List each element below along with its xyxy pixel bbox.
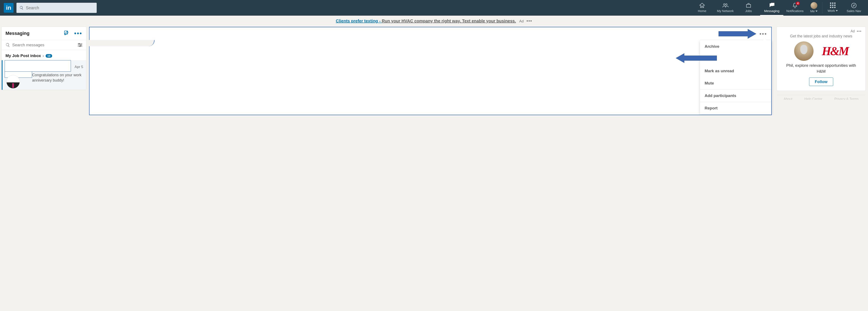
annotation-arrow-to-more [718, 29, 756, 38]
conversation-more-menu: Archive Delete Mark as unread Mute Add p… [700, 40, 771, 114]
nav-me[interactable]: Me [807, 0, 822, 16]
search-icon [5, 43, 10, 47]
ad-link-2[interactable]: Run your HVAC company the right way. Tex… [382, 19, 516, 23]
compass-icon [851, 2, 857, 9]
messages-search-input[interactable] [12, 43, 78, 47]
sponsored-tagline: Get the latest jobs and industry news [781, 34, 862, 38]
footer-privacy[interactable]: Privacy & Terms [834, 97, 859, 100]
search-icon [20, 5, 24, 10]
ad-link-1[interactable]: Clients prefer texting - [336, 19, 382, 23]
global-search[interactable] [17, 3, 97, 13]
nav-notifications[interactable]: 4 Notifications [783, 0, 807, 16]
home-icon [699, 2, 705, 9]
nav-notifications-label: Notifications [786, 9, 804, 13]
nav-network[interactable]: My Network [714, 0, 737, 16]
filter-icon[interactable] [78, 44, 82, 47]
footer-links: About Help Center Privacy & Terms [777, 97, 865, 100]
sender-avatar-icon [6, 75, 20, 88]
messaging-sidebar: Messaging ••• My Job Post inbox › 10 Apr… [2, 27, 86, 90]
menu-mute[interactable]: Mute [700, 77, 771, 89]
conversation-date: Apr 5 [74, 65, 83, 69]
sponsored-menu-icon[interactable]: ••• [857, 29, 862, 33]
menu-archive[interactable]: Archive [700, 40, 771, 53]
network-icon [722, 2, 728, 9]
linkedin-logo[interactable]: in [4, 3, 13, 13]
nav-home[interactable]: Home [690, 0, 714, 16]
svg-rect-0 [771, 3, 774, 6]
me-avatar-icon [811, 2, 817, 9]
sponsored-ad-label: Ad [851, 29, 855, 33]
sponsored-text-line1: Phil, explore relevant opportunities wit… [786, 63, 856, 67]
nav-work[interactable]: Work [823, 0, 842, 16]
nav-me-label: Me [810, 9, 815, 13]
messages-search[interactable] [2, 40, 86, 50]
job-post-inbox-link[interactable]: My Job Post inbox › 10 [2, 50, 86, 60]
redacted-name [5, 60, 71, 72]
messaging-title: Messaging [5, 31, 30, 36]
nav-sales-label: Sales Nav [847, 9, 861, 13]
ad-menu-icon[interactable]: ••• [526, 19, 532, 23]
notifications-badge: 4 [795, 1, 800, 5]
nav-messaging-label: Messaging [764, 9, 780, 13]
nav-network-label: My Network [717, 9, 734, 13]
conversation-pane: ••• Archive Delete Mark as unread Mute A… [89, 27, 772, 115]
conversation-more-button[interactable]: ••• [760, 31, 767, 37]
messaging-more-icon[interactable]: ••• [74, 32, 82, 34]
messaging-icon [769, 2, 775, 9]
menu-delete[interactable]: Delete [700, 53, 771, 65]
annotation-frame: ••• Archive Delete Mark as unread Mute A… [89, 27, 772, 115]
footer-about[interactable]: About [783, 97, 793, 100]
nav-jobs-label: Jobs [745, 9, 752, 13]
job-post-label: My Job Post inbox [5, 53, 41, 58]
nav-jobs[interactable]: Jobs [737, 0, 760, 16]
footer-help[interactable]: Help Center [804, 97, 823, 100]
brand-logo: H&M [822, 45, 848, 58]
ad-label: Ad [519, 19, 524, 23]
nav-sales[interactable]: Sales Nav [842, 0, 865, 16]
jobs-icon [745, 2, 752, 9]
sponsored-avatar-icon [794, 41, 813, 61]
ad-banner: Clients prefer texting - Run your HVAC c… [0, 16, 868, 26]
global-search-input[interactable] [26, 5, 94, 10]
compose-button[interactable] [64, 30, 69, 36]
nav-work-label: Work [828, 9, 835, 12]
compose-icon [64, 30, 69, 36]
job-post-count: 10 [45, 54, 52, 58]
messaging-header: Messaging ••• [2, 27, 86, 40]
main-layout: Messaging ••• My Job Post inbox › 10 Apr… [0, 26, 868, 115]
sponsored-card: Ad ••• Get the latest jobs and industry … [777, 27, 865, 91]
right-rail: Ad ••• Get the latest jobs and industry … [777, 27, 865, 100]
menu-add-participants[interactable]: Add participants [700, 89, 771, 102]
conversation-item[interactable]: Apr 5 Congratulations on your work anniv… [2, 60, 86, 90]
nav-items: Home My Network Jobs Messaging 4 Notific… [690, 0, 865, 16]
menu-report[interactable]: Report [700, 102, 771, 114]
menu-mark-unread[interactable]: Mark as unread [700, 65, 771, 77]
caret-down-icon [815, 10, 817, 12]
sponsored-text: Phil, explore relevant opportunities wit… [783, 62, 860, 74]
nav-home-label: Home [698, 9, 706, 13]
right-divider [777, 95, 865, 95]
apps-grid-icon [830, 3, 836, 8]
sponsored-text-line2: H&M [817, 69, 826, 74]
nav-divider [822, 2, 823, 13]
chevron-right-icon: › [43, 53, 44, 58]
top-nav: in Home My Network Jobs Messaging 4 Noti… [0, 0, 868, 16]
svg-point-1 [851, 3, 857, 8]
caret-down-icon [836, 10, 838, 11]
nav-messaging[interactable]: Messaging [760, 0, 783, 16]
follow-button[interactable]: Follow [809, 78, 833, 86]
